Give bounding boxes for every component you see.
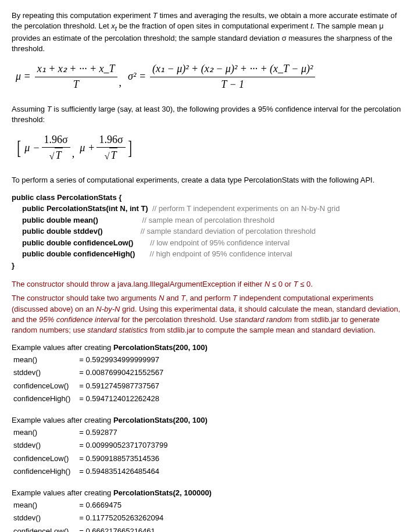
result-key: stddev()	[13, 512, 77, 524]
result-value: = 0.666217665216461	[78, 526, 170, 533]
result-key: mean()	[13, 427, 77, 438]
result-key: confidenceHigh()	[13, 393, 77, 405]
result-key: confidenceLow()	[13, 380, 77, 392]
result-value: = 0.5909188573514536	[78, 453, 174, 465]
result-value: = 0.11775205263262094	[78, 512, 170, 524]
example-block-3: Example values after creating Percolatio…	[12, 488, 406, 532]
result-value: = 0.5912745987737567	[78, 380, 170, 392]
confidence-interval-formula: [ μ − 1.96σ √T , μ + 1.96σ √T ]	[12, 128, 406, 169]
table-row: mean()= 0.5929934999999997	[13, 354, 170, 366]
table-row: stddev()= 0.00876990421552567	[13, 367, 170, 379]
result-value: = 0.6669475	[78, 499, 170, 511]
api-intro-paragraph: To perform a series of computational exp…	[12, 175, 406, 185]
table-row: mean()= 0.6669475	[13, 499, 170, 511]
result-value: = 0.592877	[78, 427, 174, 438]
api-block: public class PercolationStats { public P…	[12, 192, 406, 272]
result-value: = 0.5929934999999997	[78, 354, 170, 366]
example-block-1: Example values after creating Percolatio…	[12, 342, 406, 406]
table-row: stddev()= 0.11775205263262094	[13, 512, 170, 524]
table-row: confidenceLow()= 0.5909188573514536	[13, 453, 174, 465]
table-row: confidenceLow()= 0.5912745987737567	[13, 380, 170, 392]
constructor-description: The constructor should take two argument…	[12, 293, 406, 335]
result-key: confidenceHigh()	[13, 466, 77, 477]
result-value: = 0.5947124012262428	[78, 393, 170, 405]
result-value: = 0.009990523717073799	[78, 440, 174, 451]
mean-variance-formula: μ = x₁ + x₂ + ··· + x_T T , σ² = (x₁ − μ…	[12, 58, 406, 98]
result-key: confidenceLow()	[13, 453, 77, 465]
example-block-2: Example values after creating Percolatio…	[12, 415, 406, 479]
intro-paragraph: By repeating this computation experiment…	[12, 10, 406, 54]
table-row: mean()= 0.592877	[13, 427, 174, 438]
result-value: = 0.00876990421552567	[78, 367, 170, 379]
table-row: stddev()= 0.009990523717073799	[13, 440, 174, 451]
result-key: stddev()	[13, 367, 77, 379]
result-key: confidenceLow()	[13, 526, 77, 533]
confidence-intro-paragraph: Assuming T is sufficiently large (say, a…	[12, 104, 406, 125]
example-table: mean()= 0.592877stddev()= 0.009990523717…	[12, 426, 176, 479]
result-key: mean()	[13, 354, 77, 366]
example-table: mean()= 0.6669475stddev()= 0.11775205263…	[12, 498, 172, 532]
constructor-exception-note: The constructor should throw a java.lang…	[12, 279, 406, 290]
result-key: mean()	[13, 499, 77, 511]
example-table: mean()= 0.5929934999999997stddev()= 0.00…	[12, 353, 172, 406]
result-value: = 0.5948351426485464	[78, 466, 174, 477]
result-key: stddev()	[13, 440, 77, 451]
table-row: confidenceLow()= 0.666217665216461	[13, 526, 170, 533]
table-row: confidenceHigh()= 0.5948351426485464	[13, 466, 174, 477]
table-row: confidenceHigh()= 0.5947124012262428	[13, 393, 170, 405]
